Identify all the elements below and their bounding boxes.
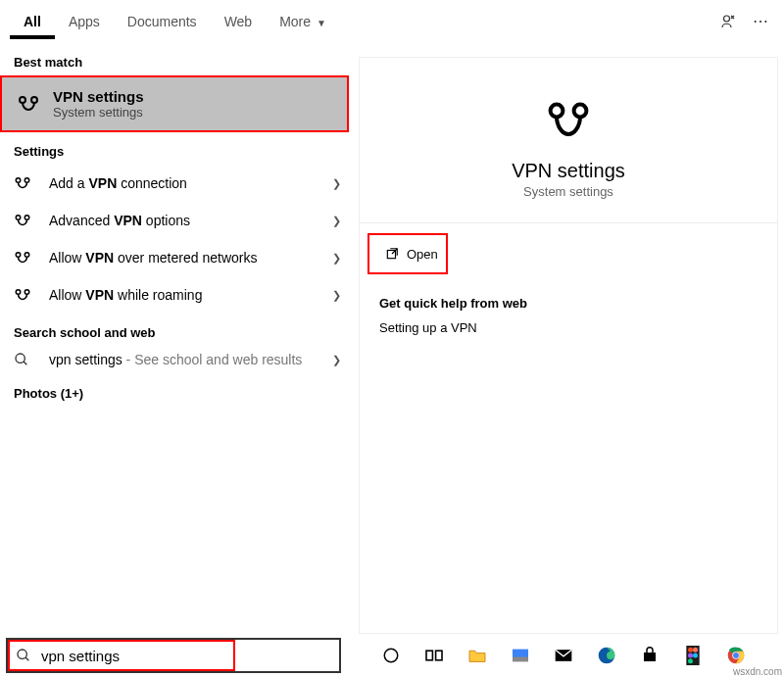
vpn-icon	[14, 286, 39, 304]
vpn-icon	[14, 249, 39, 266]
section-settings: Settings	[0, 132, 355, 165]
search-icon	[16, 648, 31, 663]
web-search-row[interactable]: vpn settings - See school and web result…	[0, 346, 355, 374]
section-photos: Photos (1+)	[0, 374, 355, 407]
settings-row-vpn-metered[interactable]: Allow VPN over metered networks ❯	[0, 239, 355, 276]
settings-row-label: Allow VPN while roaming	[49, 287, 332, 303]
svg-point-7	[16, 253, 21, 258]
svg-point-28	[688, 658, 693, 663]
settings-row-label: Add a VPN connection	[49, 175, 332, 191]
chrome-icon[interactable]	[725, 645, 747, 666]
search-icon	[14, 352, 39, 367]
svg-point-10	[24, 290, 29, 295]
svg-point-4	[24, 178, 29, 183]
svg-rect-18	[436, 651, 442, 660]
svg-point-16	[384, 649, 398, 662]
chevron-right-icon: ❯	[332, 289, 341, 302]
search-input[interactable]	[39, 642, 227, 669]
svg-point-26	[688, 653, 693, 658]
svg-point-8	[24, 253, 29, 258]
svg-rect-17	[426, 651, 432, 660]
feedback-icon[interactable]	[719, 13, 747, 30]
svg-point-6	[24, 216, 29, 220]
preview-panel: VPN settings System settings Open Get qu…	[359, 57, 778, 634]
help-link-setup-vpn[interactable]: Setting up a VPN	[379, 320, 758, 335]
svg-point-0	[724, 16, 730, 22]
open-icon	[385, 247, 399, 261]
svg-point-1	[20, 97, 25, 103]
best-match-title: VPN settings	[53, 88, 144, 105]
figma-icon[interactable]	[682, 645, 704, 666]
section-best-match: Best match	[0, 43, 355, 75]
tab-more-label: More	[279, 14, 311, 29]
preview-subtitle: System settings	[523, 184, 613, 199]
tab-all[interactable]: All	[10, 4, 55, 39]
vpn-icon	[14, 212, 39, 229]
svg-point-13	[574, 105, 587, 118]
chevron-right-icon: ❯	[332, 177, 341, 190]
help-section-title: Get quick help from web	[379, 296, 758, 311]
svg-point-25	[693, 648, 698, 653]
preview-hero: VPN settings System settings	[360, 58, 777, 223]
svg-point-11	[16, 354, 24, 363]
svg-point-2	[31, 97, 37, 103]
watermark: wsxdn.com	[733, 666, 782, 677]
best-match-subtitle: System settings	[53, 105, 144, 120]
settings-row-vpn-roaming[interactable]: Allow VPN while roaming ❯	[0, 276, 355, 314]
vpn-icon	[14, 174, 39, 192]
vpn-icon	[16, 91, 41, 117]
results-panel: Best match VPN settings System settings …	[0, 43, 355, 634]
section-search-web: Search school and web	[0, 314, 355, 346]
svg-point-24	[688, 648, 693, 653]
svg-point-3	[16, 178, 21, 183]
svg-point-12	[551, 105, 564, 118]
app-icon[interactable]	[510, 645, 531, 666]
chevron-right-icon: ❯	[332, 252, 341, 265]
open-button[interactable]: Open	[368, 233, 448, 274]
vpn-icon	[545, 97, 592, 144]
taskbar-search[interactable]	[6, 638, 341, 673]
chevron-right-icon: ❯	[332, 215, 341, 227]
file-explorer-icon[interactable]	[466, 645, 488, 666]
best-match-item[interactable]: VPN settings System settings	[0, 75, 349, 132]
svg-point-31	[733, 653, 739, 658]
settings-row-label: Advanced VPN options	[49, 213, 332, 228]
cortana-icon[interactable]	[380, 645, 402, 666]
task-view-icon[interactable]	[423, 645, 445, 666]
tab-apps[interactable]: Apps	[55, 4, 114, 39]
search-filter-tabs: All Apps Documents Web More ▼ ⋯	[0, 0, 784, 43]
mail-icon[interactable]	[553, 645, 574, 666]
svg-point-9	[16, 290, 21, 295]
svg-point-15	[18, 650, 26, 658]
svg-point-5	[16, 216, 21, 220]
tab-more[interactable]: More ▼	[266, 4, 340, 39]
taskbar	[0, 634, 784, 677]
web-search-label: vpn settings - See school and web result…	[49, 352, 332, 368]
edge-icon[interactable]	[596, 645, 617, 666]
preview-title: VPN settings	[512, 160, 625, 182]
settings-row-label: Allow VPN over metered networks	[49, 250, 332, 266]
store-icon[interactable]	[639, 645, 661, 666]
open-label: Open	[407, 247, 438, 262]
svg-point-27	[693, 653, 698, 658]
settings-row-add-vpn[interactable]: Add a VPN connection ❯	[0, 165, 355, 202]
tab-web[interactable]: Web	[211, 4, 267, 39]
chevron-down-icon: ▼	[317, 18, 326, 28]
svg-rect-20	[513, 657, 528, 662]
tab-documents[interactable]: Documents	[114, 4, 211, 39]
chevron-right-icon: ❯	[332, 354, 341, 366]
settings-row-advanced-vpn[interactable]: Advanced VPN options ❯	[0, 202, 355, 239]
more-options-icon[interactable]: ⋯	[747, 12, 774, 30]
